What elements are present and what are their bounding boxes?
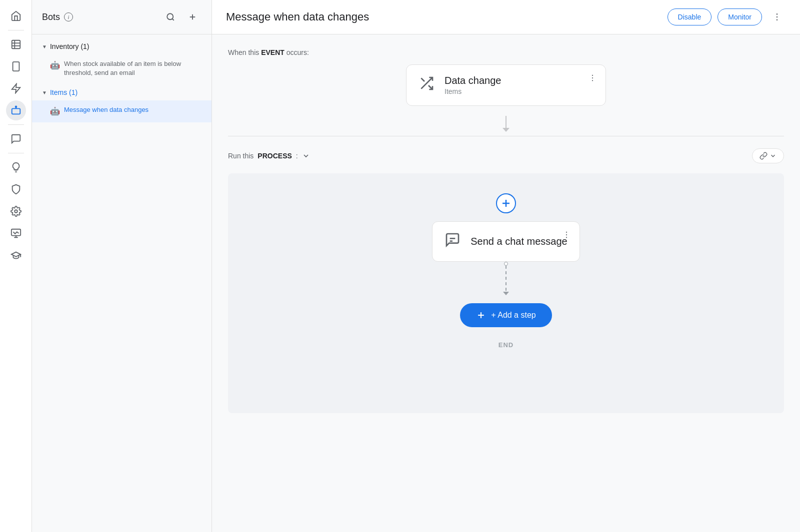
rail-divider-2: [8, 124, 24, 125]
process-card-title: Send a chat message: [470, 236, 567, 247]
items-group-label: Items (1): [50, 88, 78, 96]
disable-button[interactable]: Disable: [668, 8, 712, 25]
svg-point-14: [167, 13, 173, 19]
process-section: Run this PROCESS:: [228, 148, 784, 413]
inventory-group-label: Inventory (1): [50, 42, 90, 50]
main-panel: Message when data changes Disable Monito…: [212, 0, 800, 532]
rail-divider-3: [8, 153, 24, 153]
sidebar-title: Bots i: [42, 12, 73, 22]
svg-rect-7: [12, 108, 20, 114]
process-dropdown-icon[interactable]: [302, 152, 310, 160]
svg-point-21: [592, 75, 593, 76]
svg-point-28: [566, 232, 567, 233]
phone-icon[interactable]: [6, 56, 26, 76]
bot-nav-icon[interactable]: [6, 100, 26, 120]
settings-icon[interactable]: [6, 201, 26, 221]
dashed-connector: [503, 262, 509, 295]
header-actions: Disable Monitor: [668, 8, 786, 26]
event-process-connector: [502, 116, 510, 132]
sidebar-header-actions: [162, 8, 202, 26]
data-change-icon: [418, 75, 434, 95]
svg-rect-4: [12, 62, 19, 71]
svg-point-30: [566, 237, 567, 238]
graduation-icon[interactable]: [6, 245, 26, 265]
event-card-content: Data change Items: [444, 75, 594, 95]
sidebar-header: Bots i: [32, 0, 212, 34]
items-collapse-icon: ▼: [42, 90, 47, 95]
page-title: Message when data changes: [226, 10, 369, 23]
svg-point-20: [776, 19, 778, 21]
info-icon: i: [64, 12, 73, 21]
process-flow-area: Send a chat message + Add a step: [228, 173, 784, 413]
svg-point-12: [14, 210, 18, 213]
sidebar-content: ▼ Inventory (1) 🤖 When stock available o…: [32, 34, 212, 532]
svg-line-15: [172, 18, 174, 20]
event-section: When this EVENT occurs: Data change Item…: [228, 48, 784, 106]
items-group-header[interactable]: ▼ Items (1): [32, 84, 212, 100]
main-content: When this EVENT occurs: Data change Item…: [212, 34, 800, 532]
icon-rail: [0, 0, 32, 532]
svg-point-22: [592, 77, 593, 78]
event-card-title: Data change: [444, 75, 594, 86]
chart-icon[interactable]: [6, 223, 26, 243]
home-icon[interactable]: [6, 6, 26, 26]
bulb-icon[interactable]: [6, 157, 26, 177]
svg-point-18: [776, 13, 778, 15]
process-card-content: Send a chat message: [470, 236, 567, 247]
inventory-collapse-icon: ▼: [42, 44, 47, 49]
sidebar-item-message-label: Message when data changes: [64, 105, 148, 114]
chevron-down-icon: [770, 152, 776, 159]
sidebar: Bots i ▼ Inventory (1) 🤖 When stock avai…: [32, 0, 212, 532]
svg-rect-0: [12, 40, 20, 49]
process-card-menu[interactable]: [560, 228, 574, 242]
event-card: Data change Items: [406, 64, 606, 106]
search-button[interactable]: [162, 8, 180, 26]
shield-icon[interactable]: [6, 179, 26, 199]
add-step-button[interactable]: + Add a step: [460, 303, 552, 327]
svg-marker-6: [12, 84, 20, 93]
add-step-label: + Add a step: [491, 311, 536, 320]
inventory-group-header[interactable]: ▼ Inventory (1): [32, 38, 212, 54]
process-card: Send a chat message: [432, 221, 580, 262]
more-options-button[interactable]: [768, 8, 786, 26]
process-actions: [752, 148, 784, 163]
section-divider: [228, 136, 784, 136]
sidebar-group-inventory: ▼ Inventory (1) 🤖 When stock available o…: [32, 38, 212, 82]
rail-divider-1: [8, 30, 24, 30]
bolt-icon[interactable]: [6, 78, 26, 98]
event-section-label: When this EVENT occurs:: [228, 48, 784, 56]
bot-item-active-icon: 🤖: [50, 106, 60, 117]
event-card-menu[interactable]: [586, 71, 600, 85]
add-step-circle-button[interactable]: [496, 193, 516, 213]
svg-point-29: [566, 234, 567, 235]
link-action-button[interactable]: [752, 148, 784, 163]
chat-message-icon: [444, 232, 460, 251]
end-label: END: [498, 341, 514, 349]
event-card-subtitle: Items: [444, 87, 594, 95]
sidebar-item-inventory-label: When stock available of an item is below…: [64, 59, 202, 77]
monitor-button[interactable]: Monitor: [718, 8, 762, 25]
bot-item-icon: 🤖: [50, 60, 60, 71]
svg-point-23: [592, 80, 593, 81]
sidebar-item-message-bot[interactable]: 🤖 Message when data changes: [32, 100, 212, 122]
add-bot-button[interactable]: [184, 8, 202, 26]
process-label: Run this PROCESS:: [228, 152, 310, 160]
process-header: Run this PROCESS:: [228, 148, 784, 163]
sidebar-group-items: ▼ Items (1) 🤖 Message when data changes: [32, 84, 212, 122]
sidebar-title-text: Bots: [42, 12, 60, 22]
svg-point-19: [776, 16, 778, 18]
sidebar-item-inventory-bot[interactable]: 🤖 When stock available of an item is bel…: [32, 54, 212, 82]
main-header: Message when data changes Disable Monito…: [212, 0, 800, 34]
table-icon[interactable]: [6, 34, 26, 54]
chat-nav-icon[interactable]: [6, 129, 26, 149]
